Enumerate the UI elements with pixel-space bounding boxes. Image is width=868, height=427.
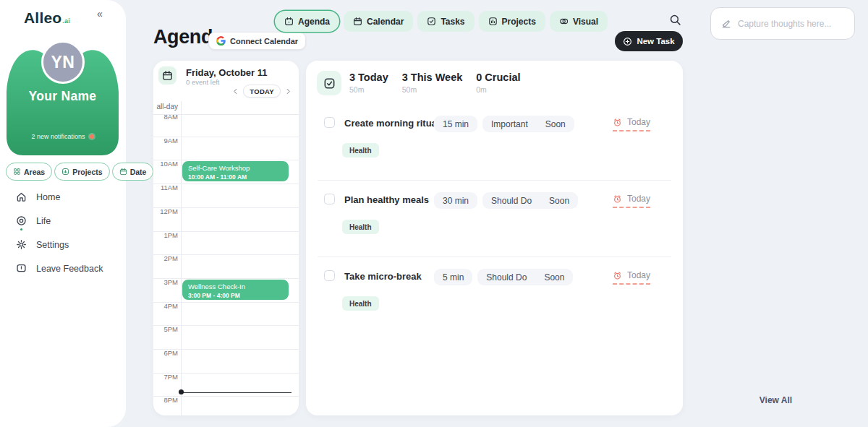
notifications-label: 2 new notifications <box>31 133 85 140</box>
events-left-label: 0 event left <box>186 78 219 86</box>
task-checkbox[interactable] <box>324 270 335 281</box>
due-badge[interactable]: Today <box>613 194 650 208</box>
sidebar-nav-label: Settings <box>36 240 69 250</box>
notifications-link[interactable]: 2 new notifications <box>7 133 119 140</box>
calendar-date-title: Friday, October 11 <box>186 67 267 78</box>
sidebar-nav-item[interactable]: Leave Feedback <box>16 262 103 275</box>
stat-block: 3 Today 50m <box>349 72 388 94</box>
filter-pill[interactable]: Date <box>112 163 154 181</box>
hour-label: 4PM <box>153 302 178 310</box>
task-row[interactable]: Take micro-break 5 min Should Do Soon To… <box>318 269 671 334</box>
search-icon[interactable] <box>669 14 681 26</box>
priority-chip[interactable]: Should Do Soon <box>477 269 573 285</box>
due-label: Today <box>627 270 650 280</box>
hour-row: 5PM <box>153 325 299 326</box>
hour-label: 10AM <box>153 160 178 168</box>
hour-row: 11AM <box>153 184 299 184</box>
chevron-left-icon[interactable] <box>231 87 239 95</box>
task-title: Take micro-break <box>344 271 422 282</box>
app-logo: Alleo.ai <box>24 9 70 27</box>
filter-label: Projects <box>72 168 102 176</box>
urgency-label: Soon <box>545 119 566 129</box>
notification-dot-icon <box>90 134 94 139</box>
priority-chip[interactable]: Should Do Soon <box>482 192 578 209</box>
calendar-event[interactable]: Wellness Check-In 3:00 PM - 4:00 PM <box>182 280 289 300</box>
urgency-label: Soon <box>544 272 564 282</box>
task-tag[interactable]: Health <box>342 296 379 311</box>
feedback-icon <box>16 263 27 274</box>
hour-label: 7PM <box>153 373 178 381</box>
filter-pill[interactable]: Projects <box>54 163 109 181</box>
projects-chart-icon <box>61 168 69 176</box>
top-nav-tab[interactable]: Calendar <box>344 11 413 32</box>
duration-chip[interactable]: 30 min <box>434 192 477 209</box>
alarm-icon <box>613 118 622 127</box>
plus-circle-icon <box>623 37 632 46</box>
stat-duration: 50m <box>402 85 463 94</box>
event-title: Self-Care Workshop <box>188 164 283 172</box>
duration-chip[interactable]: 5 min <box>434 269 472 285</box>
today-button[interactable]: TODAY <box>243 85 281 98</box>
sidebar-collapse-icon[interactable]: « <box>97 8 103 20</box>
life-icon <box>16 215 27 226</box>
tab-label: Projects <box>502 17 536 27</box>
top-nav-tab[interactable]: Tasks <box>417 11 474 32</box>
top-nav-tab[interactable]: Projects <box>479 11 545 32</box>
task-title: Create morning ritual <box>344 118 439 129</box>
sidebar-nav-label: Home <box>36 192 60 202</box>
tasks-stats: 3 Today 50m 3 This Week 50m 0 Crucial 0m <box>349 72 521 94</box>
alarm-icon <box>613 271 622 280</box>
hour-row: 2PM <box>153 254 299 255</box>
sidebar-nav-label: Leave Feedback <box>36 264 103 274</box>
hour-label: 1PM <box>153 231 178 239</box>
due-badge[interactable]: Today <box>613 270 650 285</box>
stat-duration: 50m <box>349 85 388 94</box>
top-nav-tab[interactable]: Agenda <box>275 11 339 32</box>
sidebar-nav-item[interactable]: Life <box>16 215 103 227</box>
top-nav-tab[interactable]: Visual <box>550 11 608 32</box>
sidebar-nav-label: Life <box>36 216 51 226</box>
hour-row: 10AM <box>153 160 299 160</box>
tasks-icon <box>427 17 436 26</box>
view-all-link[interactable]: View All <box>691 395 861 405</box>
profile-name: Your Name <box>7 89 119 104</box>
calendar-icon <box>162 70 173 81</box>
duration-chip[interactable]: 15 min <box>434 116 477 132</box>
task-checkbox[interactable] <box>324 117 335 128</box>
date-icon <box>119 168 127 176</box>
app-root: Alleo.ai « YN Your Name 2 new notificati… <box>0 0 868 427</box>
task-row[interactable]: Plan healthy meals 30 min Should Do Soon… <box>318 192 671 257</box>
filter-label: Date <box>130 168 147 176</box>
calendar-event[interactable]: Self-Care Workshop 10:00 AM - 11:00 AM <box>182 161 289 181</box>
hour-row: 6PM <box>153 349 299 350</box>
hour-row: 7PM <box>153 373 299 374</box>
tab-label: Agenda <box>298 17 330 27</box>
areas-icon <box>13 168 21 176</box>
task-chips: 30 min Should Do Soon <box>434 192 578 209</box>
connect-calendar-button[interactable]: Connect Calendar <box>208 32 306 50</box>
alarm-icon <box>613 194 622 204</box>
filter-pill[interactable]: Areas <box>6 163 52 181</box>
priority-chip[interactable]: Important Soon <box>482 116 574 132</box>
connect-calendar-label: Connect Calendar <box>230 37 298 46</box>
sidebar-nav-item[interactable]: Settings <box>16 238 103 251</box>
chevron-right-icon[interactable] <box>284 87 292 95</box>
task-tag[interactable]: Health <box>342 143 379 158</box>
hour-row: 1PM <box>153 231 299 232</box>
new-task-button[interactable]: New Task <box>615 31 683 51</box>
task-checkbox[interactable] <box>324 194 335 204</box>
visual-icon <box>559 17 569 26</box>
capture-input[interactable] <box>738 19 844 29</box>
task-tag[interactable]: Health <box>342 220 379 234</box>
sidebar: Alleo.ai « YN Your Name 2 new notificati… <box>0 0 126 427</box>
due-badge[interactable]: Today <box>613 117 650 131</box>
hour-row: 3PM <box>153 278 299 279</box>
sidebar-nav-item[interactable]: Home <box>16 191 103 203</box>
event-time: 10:00 AM - 11:00 AM <box>188 173 283 181</box>
task-list: Create morning ritual 15 min Important S… <box>306 116 683 345</box>
home-icon <box>16 191 27 202</box>
hour-label: 5PM <box>153 325 178 333</box>
all-day-label: all-day <box>153 103 178 111</box>
task-row[interactable]: Create morning ritual 15 min Important S… <box>318 116 671 181</box>
calendar-icon <box>353 17 362 26</box>
